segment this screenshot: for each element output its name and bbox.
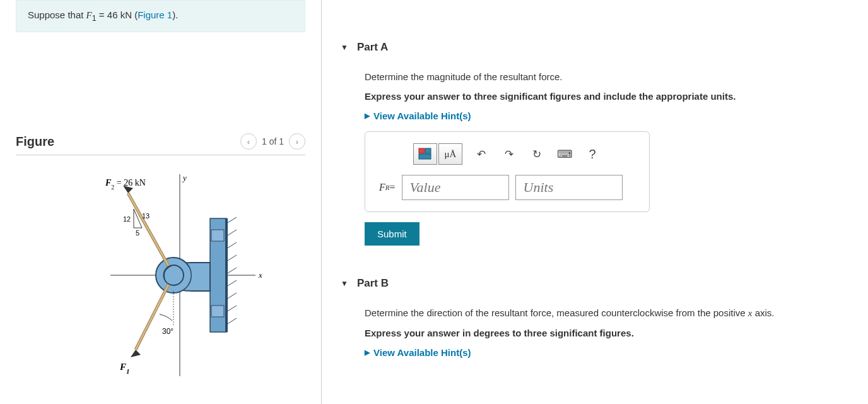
- figure-link[interactable]: Figure 1: [138, 9, 172, 20]
- units-button[interactable]: μÅ: [438, 143, 462, 165]
- svg-line-8: [226, 268, 237, 274]
- instruction-prefix: Suppose that: [28, 9, 86, 20]
- part-b-header[interactable]: ▼ Part B: [341, 277, 849, 290]
- instruction-box: Suppose that F1 = 46 kN (Figure 1).: [16, 0, 305, 32]
- part-b-desc2: Express your answer in degrees to three …: [365, 328, 849, 338]
- part-a-hints-toggle[interactable]: ▶ View Available Hint(s): [365, 110, 849, 121]
- collapse-icon: ▼: [341, 43, 348, 52]
- svg-line-21: [136, 285, 168, 350]
- svg-rect-13: [211, 230, 224, 241]
- figure-nav-text: 1 of 1: [262, 136, 284, 146]
- svg-rect-14: [211, 306, 224, 317]
- svg-line-18: [128, 193, 168, 266]
- svg-marker-22: [131, 350, 141, 357]
- part-a-title: Part A: [357, 41, 388, 54]
- part-b-title: Part B: [357, 277, 389, 290]
- part-b-hints-toggle[interactable]: ▶ View Available Hint(s): [365, 347, 849, 358]
- svg-line-11: [226, 306, 237, 312]
- submit-button[interactable]: Submit: [365, 222, 419, 246]
- fr-label: FR =: [379, 175, 396, 200]
- expand-icon: ▶: [365, 112, 370, 120]
- figure-next-button[interactable]: ›: [289, 133, 305, 150]
- svg-line-7: [226, 255, 237, 261]
- expand-icon: ▶: [365, 348, 370, 357]
- keyboard-button[interactable]: ⌨: [556, 145, 573, 163]
- figure-image: y x: [16, 168, 305, 383]
- figure-prev-button[interactable]: ‹: [240, 133, 257, 150]
- collapse-icon: ▼: [341, 279, 348, 288]
- part-b-desc1: Determine the direction of the resultant…: [365, 307, 849, 319]
- instruction-subscript: 1: [92, 14, 97, 23]
- axis-y-label: y: [182, 173, 187, 182]
- part-a-desc2: Express your answer to three significant…: [365, 91, 849, 102]
- axis-x-label: x: [258, 270, 262, 280]
- part-a-desc1: Determine the magnitude of the resultant…: [365, 71, 849, 82]
- svg-line-5: [226, 230, 237, 236]
- answer-box: μÅ ↶ ↷ ↻ ⌨ ? FR =: [365, 131, 650, 212]
- part-a-hint-label: View Available Hint(s): [373, 110, 471, 121]
- units-input[interactable]: [515, 175, 623, 200]
- part-a-block: ▼ Part A Determine the magnitude of the …: [341, 41, 849, 246]
- instruction-equals: = 46 kN (: [97, 9, 138, 20]
- figure-title: Figure: [16, 134, 54, 149]
- undo-button[interactable]: ↶: [472, 145, 490, 163]
- svg-line-12: [226, 318, 237, 324]
- redo-button[interactable]: ↷: [500, 145, 518, 163]
- triangle-12-label: 12: [123, 215, 131, 223]
- help-button[interactable]: ?: [584, 145, 601, 163]
- reset-button[interactable]: ↻: [528, 145, 546, 163]
- figure-section: Figure ‹ 1 of 1 › y x: [16, 133, 305, 383]
- part-b-hint-label: View Available Hint(s): [373, 347, 471, 358]
- svg-line-9: [226, 280, 237, 287]
- templates-button[interactable]: [413, 143, 437, 165]
- svg-line-4: [226, 217, 237, 223]
- instruction-suffix: ).: [172, 9, 178, 20]
- svg-rect-26: [425, 148, 431, 153]
- instruction-variable: F: [86, 10, 92, 20]
- svg-line-6: [226, 242, 237, 249]
- value-input[interactable]: [402, 175, 509, 200]
- svg-rect-27: [419, 154, 431, 159]
- angle-label: 30°: [162, 327, 173, 336]
- svg-rect-25: [419, 148, 425, 153]
- part-a-header[interactable]: ▼ Part A: [341, 41, 849, 54]
- triangle-13-label: 13: [142, 212, 150, 220]
- f1-label: F1: [119, 362, 130, 375]
- svg-line-10: [226, 293, 237, 299]
- part-b-block: ▼ Part B Determine the direction of the …: [341, 277, 849, 358]
- triangle-5-label: 5: [136, 229, 139, 237]
